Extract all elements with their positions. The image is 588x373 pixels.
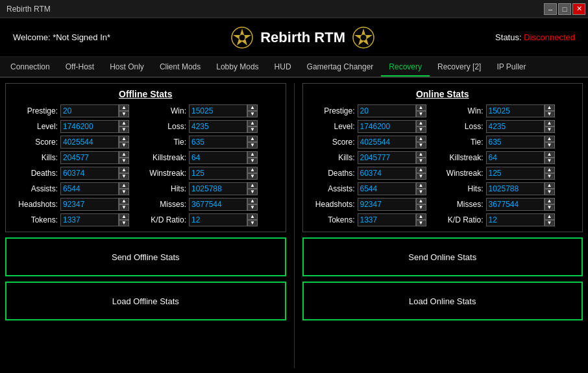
stat-input-offline-kd[interactable] (189, 213, 247, 226)
spin-up-online-prestige[interactable]: ▲ (416, 104, 426, 111)
stat-input-offline-killstreak[interactable] (189, 151, 247, 164)
spin-down-offline-deaths[interactable]: ▼ (119, 173, 129, 180)
spin-down-online-prestige[interactable]: ▼ (416, 111, 426, 117)
spin-down-offline-headshots[interactable]: ▼ (119, 204, 129, 211)
spin-up-online-kills[interactable]: ▲ (416, 151, 426, 158)
close-button[interactable]: ✕ (572, 3, 585, 15)
stat-input-offline-headshots[interactable] (60, 198, 119, 211)
minimize-button[interactable]: – (544, 3, 557, 15)
spin-up-offline-kills[interactable]: ▲ (119, 151, 129, 158)
stat-input-offline-tie[interactable] (189, 136, 247, 149)
stat-input-offline-level[interactable] (60, 120, 119, 133)
spin-down-online-level[interactable]: ▼ (416, 126, 426, 133)
stat-input-online-loss[interactable] (486, 120, 545, 133)
spin-down-online-loss[interactable]: ▼ (545, 126, 555, 133)
nav-item-ip-puller[interactable]: IP Puller (489, 58, 533, 77)
spin-up-offline-tie[interactable]: ▲ (247, 136, 258, 142)
stat-input-online-level[interactable] (358, 120, 416, 133)
stat-input-online-winstreak[interactable] (486, 167, 545, 180)
spin-down-offline-hits[interactable]: ▼ (247, 189, 258, 195)
spin-up-offline-headshots[interactable]: ▲ (119, 198, 129, 204)
spin-down-offline-assists[interactable]: ▼ (119, 189, 129, 195)
spin-down-online-tokens[interactable]: ▼ (416, 220, 426, 226)
spin-up-offline-deaths[interactable]: ▲ (119, 167, 129, 173)
spin-up-online-assists[interactable]: ▲ (416, 182, 426, 189)
nav-item-recovery[interactable]: Recovery (381, 58, 430, 77)
spin-up-offline-killstreak[interactable]: ▲ (247, 151, 258, 158)
stat-input-online-kills[interactable] (358, 151, 416, 164)
spin-up-offline-score[interactable]: ▲ (119, 136, 129, 142)
stat-input-online-misses[interactable] (486, 198, 545, 211)
stat-input-offline-kills[interactable] (60, 151, 119, 164)
spin-up-offline-misses[interactable]: ▲ (247, 198, 258, 204)
spin-down-online-winstreak[interactable]: ▼ (545, 173, 555, 180)
spin-up-online-win[interactable]: ▲ (545, 104, 555, 111)
stat-input-online-win[interactable] (486, 104, 545, 117)
spin-up-online-misses[interactable]: ▲ (545, 198, 555, 204)
spin-down-offline-killstreak[interactable]: ▼ (247, 158, 258, 164)
send-offline-stats-button[interactable]: Send Offline Stats (5, 237, 286, 276)
spin-down-online-hits[interactable]: ▼ (545, 189, 555, 195)
spin-up-offline-winstreak[interactable]: ▲ (247, 167, 258, 173)
spin-down-offline-prestige[interactable]: ▼ (119, 111, 129, 117)
nav-item-client-mods[interactable]: Client Mods (152, 58, 208, 77)
stat-input-online-killstreak[interactable] (486, 151, 545, 164)
load-online-stats-button[interactable]: Load Online Stats (302, 282, 583, 320)
nav-item-off-host[interactable]: Off-Host (58, 58, 102, 77)
spin-up-online-level[interactable]: ▲ (416, 120, 426, 126)
stat-input-online-headshots[interactable] (358, 198, 416, 211)
stat-input-online-assists[interactable] (358, 182, 416, 195)
stat-input-offline-loss[interactable] (189, 120, 247, 133)
nav-item-host-only[interactable]: Host Only (102, 58, 152, 77)
spin-up-offline-hits[interactable]: ▲ (247, 182, 258, 189)
spin-up-online-hits[interactable]: ▲ (545, 182, 555, 189)
spin-down-offline-misses[interactable]: ▼ (247, 204, 258, 211)
spin-down-online-killstreak[interactable]: ▼ (545, 158, 555, 164)
stat-input-offline-winstreak[interactable] (189, 167, 247, 180)
spin-up-offline-win[interactable]: ▲ (247, 104, 258, 111)
spin-down-offline-kills[interactable]: ▼ (119, 158, 129, 164)
spin-up-online-kd[interactable]: ▲ (545, 213, 555, 220)
spin-up-online-tie[interactable]: ▲ (545, 136, 555, 142)
spin-down-offline-loss[interactable]: ▼ (247, 126, 258, 133)
spin-up-online-loss[interactable]: ▲ (545, 120, 555, 126)
spin-up-offline-kd[interactable]: ▲ (247, 213, 258, 220)
spin-down-offline-kd[interactable]: ▼ (247, 220, 258, 226)
spin-up-online-score[interactable]: ▲ (416, 136, 426, 142)
stat-input-online-deaths[interactable] (358, 167, 416, 180)
stat-input-offline-tokens[interactable] (60, 213, 119, 226)
stat-input-offline-hits[interactable] (189, 182, 247, 195)
stat-input-offline-misses[interactable] (189, 198, 247, 211)
spin-up-offline-level[interactable]: ▲ (119, 120, 129, 126)
stat-input-online-kd[interactable] (486, 213, 545, 226)
spin-down-offline-tokens[interactable]: ▼ (119, 220, 129, 226)
load-offline-stats-button[interactable]: Load Offline Stats (5, 282, 286, 320)
stat-input-online-score[interactable] (358, 136, 416, 149)
spin-up-online-winstreak[interactable]: ▲ (545, 167, 555, 173)
spin-down-offline-win[interactable]: ▼ (247, 111, 258, 117)
spin-up-online-killstreak[interactable]: ▲ (545, 151, 555, 158)
spin-up-offline-loss[interactable]: ▲ (247, 120, 258, 126)
spin-down-online-score[interactable]: ▼ (416, 142, 426, 149)
spin-down-online-misses[interactable]: ▼ (545, 204, 555, 211)
spin-up-offline-assists[interactable]: ▲ (119, 182, 129, 189)
spin-up-offline-prestige[interactable]: ▲ (119, 104, 129, 111)
spin-down-offline-level[interactable]: ▼ (119, 126, 129, 133)
stat-input-online-tokens[interactable] (358, 213, 416, 226)
spin-down-offline-score[interactable]: ▼ (119, 142, 129, 149)
stat-input-online-tie[interactable] (486, 136, 545, 149)
spin-down-online-headshots[interactable]: ▼ (416, 204, 426, 211)
nav-item-lobby-mods[interactable]: Lobby Mods (208, 58, 266, 77)
stat-input-offline-deaths[interactable] (60, 167, 119, 180)
stat-input-offline-win[interactable] (189, 104, 247, 117)
spin-up-online-headshots[interactable]: ▲ (416, 198, 426, 204)
spin-down-online-deaths[interactable]: ▼ (416, 173, 426, 180)
spin-down-online-assists[interactable]: ▼ (416, 189, 426, 195)
spin-down-offline-tie[interactable]: ▼ (247, 142, 258, 149)
send-online-stats-button[interactable]: Send Online Stats (302, 237, 583, 276)
nav-item-connection[interactable]: Connection (3, 58, 58, 77)
stat-input-online-prestige[interactable] (358, 104, 416, 117)
nav-item-recovery2[interactable]: Recovery [2] (430, 58, 489, 77)
maximize-button[interactable]: □ (558, 3, 571, 15)
spin-down-online-win[interactable]: ▼ (545, 111, 555, 117)
